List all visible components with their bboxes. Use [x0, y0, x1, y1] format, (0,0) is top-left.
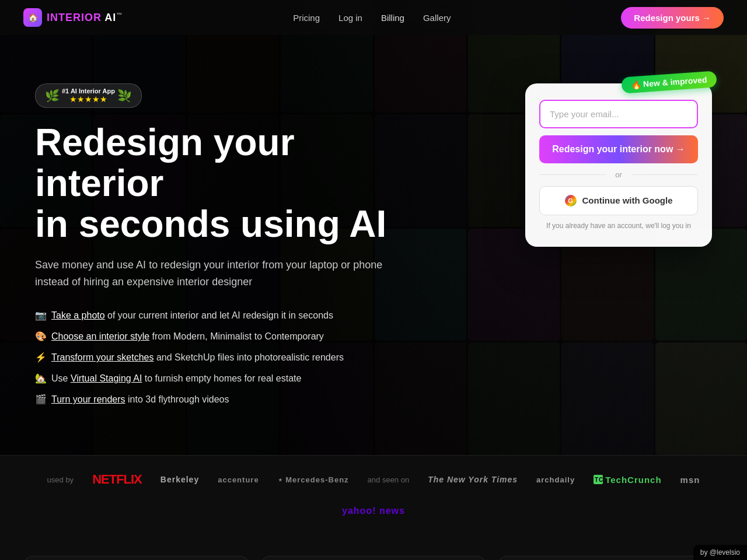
svg-text:TC: TC	[595, 477, 603, 483]
and-seen-on-label: and seen on	[368, 475, 410, 484]
logo-techcrunch: TC TechCrunch	[594, 475, 661, 485]
hero-title: Redesign your interior in seconds using …	[35, 122, 432, 245]
logo-text: INTERIOR AI™	[47, 12, 123, 24]
nav-login[interactable]: Log in	[338, 13, 362, 23]
house-emoji: 🏡	[35, 372, 47, 386]
feature-link-sketches[interactable]: Transform your sketches	[51, 352, 153, 362]
hero-feature-video: 🎬 Turn your renders into 3d flythrough v…	[35, 393, 432, 407]
testimonial-1: "The app produced new renderings in seco…	[23, 556, 249, 560]
google-signin-button[interactable]: G Continue with Google	[539, 186, 698, 215]
logo-ai: AI	[102, 12, 116, 23]
navbar: 🏠 INTERIOR AI™ Pricing Log in Billing Ga…	[0, 0, 747, 35]
techcrunch-icon: TC	[594, 475, 603, 484]
logo-interior: INTERIOR	[47, 12, 102, 23]
feature-link-staging[interactable]: Virtual Staging AI	[71, 373, 142, 383]
logo[interactable]: 🏠 INTERIOR AI™	[23, 8, 123, 27]
hero-left: 🌿 #1 AI Interior App ★★★★★ 🌿 Redesign yo…	[35, 83, 432, 407]
badge-stars: ★★★★★	[62, 94, 115, 104]
logo-nyt: The New York Times	[428, 475, 518, 484]
nav-cta-button[interactable]: Redesign yours →	[621, 7, 724, 29]
logo-yahoo: yahoo! news	[342, 506, 405, 516]
hero-features: 📷 Take a photo of your current interior …	[35, 309, 432, 407]
hero-feature-sketches: ⚡ Transform your sketches and SketchUp f…	[35, 351, 432, 365]
award-badge: 🌿 #1 AI Interior App ★★★★★ 🌿	[35, 83, 142, 108]
hero-feature-staging: 🏡 Use Virtual Staging AI to furnish empt…	[35, 372, 432, 386]
testimonial-2: "Interior AI, an app that taps generativ…	[261, 556, 487, 560]
nav-billing[interactable]: Billing	[381, 13, 404, 23]
film-emoji: 🎬	[35, 393, 47, 407]
hero-subtitle: Save money and use AI to redesign your i…	[35, 257, 385, 290]
signup-card: 🔥 New & improved Redesign your interior …	[525, 83, 712, 247]
palette-emoji: 🎨	[35, 330, 47, 344]
feature-link-photo[interactable]: Take a photo	[51, 310, 105, 320]
email-input[interactable]	[539, 100, 698, 128]
logo-netflix: NETFLIX	[92, 472, 142, 487]
nav-pricing[interactable]: Pricing	[293, 13, 320, 23]
feature-link-style[interactable]: Choose an interior style	[51, 331, 149, 341]
testimonial-3: "Snap a photo of your living room, and I…	[498, 556, 724, 560]
used-by-label: used by	[47, 475, 74, 484]
hero-feature-photo: 📷 Take a photo of your current interior …	[35, 309, 432, 323]
hero-right: 🔥 New & improved Redesign your interior …	[525, 83, 712, 247]
bolt-emoji: ⚡	[35, 351, 47, 365]
logos-section: used by NETFLIX Berkeley accenture ⋆ Mer…	[0, 455, 747, 533]
attribution-text: by @levelsio	[700, 548, 740, 556]
attribution: by @levelsio	[693, 545, 747, 560]
logo-mercedes: ⋆ Mercedes-Benz	[278, 475, 349, 484]
feature-link-video[interactable]: Turn your renders	[51, 394, 125, 404]
nav-links: Pricing Log in Billing Gallery	[293, 13, 451, 23]
hero-section: 🌿 #1 AI Interior App ★★★★★ 🌿 Redesign yo…	[0, 0, 747, 455]
logo-icon: 🏠	[23, 8, 42, 27]
badge-title: #1 AI Interior App	[62, 88, 115, 94]
google-btn-label: Continue with Google	[582, 195, 673, 205]
laurel-left: 🌿	[45, 89, 60, 103]
laurel-right: 🌿	[117, 89, 132, 103]
logo-berkeley: Berkeley	[160, 475, 199, 484]
hero-title-line1: Redesign your interior	[35, 121, 295, 204]
camera-emoji: 📷	[35, 309, 47, 323]
new-improved-badge: 🔥 New & improved	[622, 71, 717, 93]
redesign-button[interactable]: Redesign your interior now →	[539, 135, 698, 163]
or-divider: or	[539, 170, 698, 179]
hero-content: 🌿 #1 AI Interior App ★★★★★ 🌿 Redesign yo…	[0, 48, 747, 442]
google-icon: G	[565, 195, 577, 206]
testimonials-section: "The app produced new renderings in seco…	[0, 533, 747, 560]
hero-feature-style: 🎨 Choose an interior style from Modern, …	[35, 330, 432, 344]
logo-accenture: accenture	[218, 475, 259, 484]
hero-title-line2: in seconds using AI	[35, 203, 386, 245]
signup-note: If you already have an account, we'll lo…	[539, 221, 698, 231]
nav-gallery[interactable]: Gallery	[423, 13, 451, 23]
logo-archdaily: archdaily	[536, 475, 575, 484]
logo-msn: msn	[680, 475, 700, 485]
